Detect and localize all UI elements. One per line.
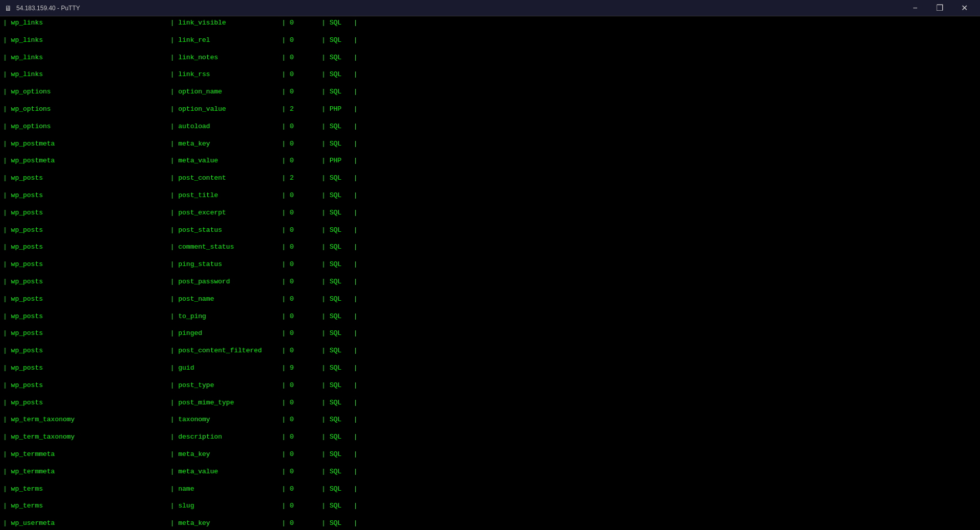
table-row: | wp_links | link_notes | 0 | SQL | xyxy=(3,53,977,62)
table-row: | wp_termmeta | meta_value | 0 | SQL | xyxy=(3,467,977,476)
table-row: | wp_posts | post_type | 0 | SQL | xyxy=(3,381,977,390)
table-row: | wp_posts | ping_status | 0 | SQL | xyxy=(3,260,977,269)
table-row: | wp_posts | post_content_filtered | 0 |… xyxy=(3,346,977,355)
table-row: | wp_options | autoload | 0 | SQL | xyxy=(3,122,977,131)
table-row: | wp_postmeta | meta_value | 0 | PHP | xyxy=(3,156,977,165)
table-row: | wp_posts | post_password | 0 | SQL | xyxy=(3,277,977,286)
table-row: | wp_usermeta | meta_key | 0 | SQL | xyxy=(3,519,977,528)
maximize-button[interactable]: ❐ xyxy=(928,0,951,16)
table-row: | wp_termmeta | meta_key | 0 | SQL | xyxy=(3,450,977,459)
table-row: | wp_posts | pinged | 0 | SQL | xyxy=(3,329,977,338)
table-row: | wp_links | link_rss | 0 | SQL | xyxy=(3,70,977,79)
title-bar: 🖥 54.183.159.40 - PuTTY − ❐ ✕ xyxy=(0,0,980,16)
table-row: | wp_options | option_value | 2 | PHP | xyxy=(3,105,977,114)
table-row: | wp_posts | comment_status | 0 | SQL | xyxy=(3,243,977,252)
title-bar-controls[interactable]: − ❐ ✕ xyxy=(903,0,976,16)
putty-icon: 🖥 xyxy=(4,4,12,12)
close-button[interactable]: ✕ xyxy=(952,0,976,16)
table-row: | wp_posts | post_mime_type | 0 | SQL | xyxy=(3,398,977,407)
table-row: | wp_posts | guid | 9 | SQL | xyxy=(3,364,977,373)
table-row: | wp_posts | post_name | 0 | SQL | xyxy=(3,295,977,304)
table-row: | wp_options | option_name | 0 | SQL | xyxy=(3,87,977,97)
table-row: | wp_term_taxonomy | taxonomy | 0 | SQL … xyxy=(3,415,977,424)
table-row: | wp_term_taxonomy | description | 0 | S… xyxy=(3,432,977,442)
table-row: | wp_terms | slug | 0 | SQL | xyxy=(3,501,977,511)
title-bar-left: 🖥 54.183.159.40 - PuTTY xyxy=(4,4,80,12)
table-row: | wp_posts | post_excerpt | 0 | SQL | xyxy=(3,208,977,218)
window-title: 54.183.159.40 - PuTTY xyxy=(16,5,80,12)
table-row: | wp_posts | post_title | 0 | SQL | xyxy=(3,191,977,200)
table-row: | wp_links | link_rel | 0 | SQL | xyxy=(3,36,977,45)
minimize-button[interactable]: − xyxy=(903,0,927,16)
table-row: | wp_posts | post_status | 0 | SQL | xyxy=(3,226,977,235)
table-row: | wp_postmeta | meta_key | 0 | SQL | xyxy=(3,139,977,149)
table-row: | wp_posts | to_ping | 0 | SQL | xyxy=(3,312,977,321)
terminal: | wp_links | link_visible | 0 | SQL | | … xyxy=(0,16,980,530)
table-row: | wp_terms | name | 0 | SQL | xyxy=(3,485,977,494)
table-row: | wp_links | link_visible | 0 | SQL | xyxy=(3,18,977,28)
table-row: | wp_posts | post_content | 2 | SQL | xyxy=(3,174,977,183)
